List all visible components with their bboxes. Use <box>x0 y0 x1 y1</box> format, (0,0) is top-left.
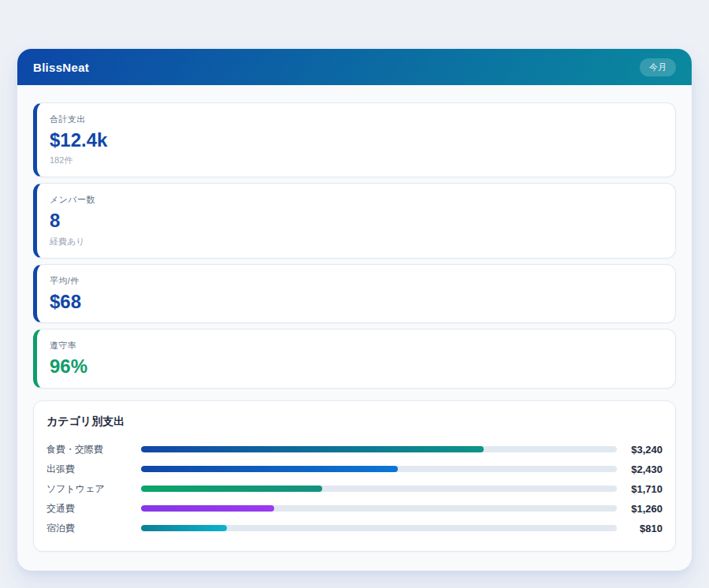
category-bar-track <box>141 466 617 472</box>
category-amount: $810 <box>617 523 663 534</box>
category-amount: $3,240 <box>617 444 663 456</box>
category-row: 食費・交際費 $3,240 <box>46 440 663 460</box>
stat-value: 8 <box>50 210 663 231</box>
panel-body: 合計支出 $12.4k 182件 メンバー数 8 経費あり 平均/件 $68 遵… <box>17 85 692 571</box>
stat-card-compliance-rate: 遵守率 96% <box>33 329 676 388</box>
stat-sub: 経費あり <box>50 236 663 247</box>
period-badge[interactable]: 今月 <box>640 58 676 76</box>
category-bar-track <box>141 525 617 531</box>
category-bar-fill <box>141 505 274 512</box>
stat-label: メンバー数 <box>50 194 663 206</box>
category-label: 宿泊費 <box>46 522 141 535</box>
category-row: 交通費 $1,260 <box>46 499 663 519</box>
stat-card-total-spend: 合計支出 $12.4k 182件 <box>33 102 676 177</box>
category-row: ソフトウェア $1,710 <box>46 479 663 499</box>
category-bar-fill <box>141 486 322 492</box>
category-spend-card: カテゴリ別支出 食費・交際費 $3,240 出張費 $2,430 ソフトウェア … <box>33 400 676 552</box>
app-title: BlissNeat <box>33 61 89 74</box>
stat-value: $68 <box>50 292 663 312</box>
category-row: 宿泊費 $810 <box>46 519 663 538</box>
category-bar-track <box>141 505 617 512</box>
category-bar-fill <box>141 525 227 531</box>
stat-label: 平均/件 <box>50 275 663 287</box>
app-header: BlissNeat 今月 <box>17 49 692 85</box>
category-label: 食費・交際費 <box>46 443 141 456</box>
stat-value: 96% <box>50 356 663 377</box>
stat-label: 合計支出 <box>50 114 663 125</box>
category-bar-fill <box>141 446 484 452</box>
category-amount: $2,430 <box>617 463 663 475</box>
category-bar-track <box>141 446 617 452</box>
stat-sub: 182件 <box>50 154 663 166</box>
category-label: ソフトウェア <box>46 482 141 496</box>
stat-value: $12.4k <box>50 130 663 151</box>
dashboard-panel: BlissNeat 今月 合計支出 $12.4k 182件 メンバー数 8 経費… <box>17 49 692 571</box>
category-label: 交通費 <box>46 502 141 515</box>
category-amount: $1,260 <box>617 503 663 515</box>
category-row: 出張費 $2,430 <box>46 460 663 479</box>
stat-card-average-per-item: 平均/件 $68 <box>33 264 676 323</box>
category-spend-title: カテゴリ別支出 <box>46 415 663 429</box>
category-bar-fill <box>141 466 398 472</box>
category-amount: $1,710 <box>617 483 663 495</box>
category-bar-track <box>141 486 617 492</box>
stat-card-member-count: メンバー数 8 経費あり <box>33 183 676 258</box>
stat-label: 遵守率 <box>50 340 663 352</box>
category-label: 出張費 <box>46 463 141 476</box>
